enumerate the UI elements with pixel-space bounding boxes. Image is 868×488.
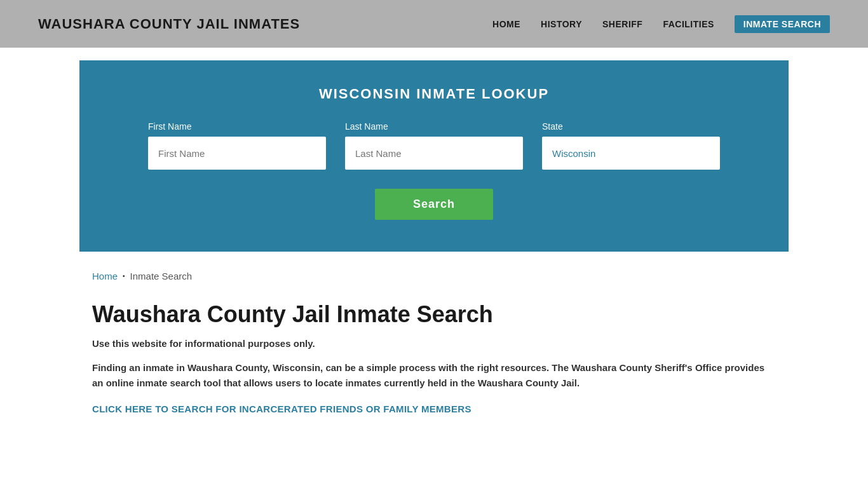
state-input[interactable]	[542, 137, 720, 170]
cta-link[interactable]: CLICK HERE to Search for Incarcerated Fr…	[92, 403, 471, 414]
main-content: Waushara County Jail Inmate Search Use t…	[0, 288, 868, 440]
nav-sheriff[interactable]: SHERIFF	[602, 19, 642, 29]
last-name-input[interactable]	[345, 137, 523, 170]
main-nav: HOME HISTORY SHERIFF FACILITIES INMATE S…	[492, 15, 830, 33]
description-text: Finding an inmate in Waushara County, Wi…	[92, 360, 776, 391]
first-name-group: First Name	[148, 121, 326, 170]
last-name-label: Last Name	[345, 121, 523, 132]
nav-facilities[interactable]: FACILITIES	[663, 19, 714, 29]
state-label: State	[542, 121, 720, 132]
site-header: WAUSHARA COUNTY JAIL INMATES HOME HISTOR…	[0, 0, 868, 48]
nav-home[interactable]: HOME	[492, 19, 520, 29]
search-panel: WISCONSIN INMATE LOOKUP First Name Last …	[79, 60, 789, 252]
disclaimer-text: Use this website for informational purpo…	[92, 338, 776, 349]
first-name-label: First Name	[148, 121, 326, 132]
page-title: Waushara County Jail Inmate Search	[92, 301, 776, 328]
site-title: WAUSHARA COUNTY JAIL INMATES	[38, 16, 300, 32]
breadcrumb: Home • Inmate Search	[0, 252, 868, 288]
state-group: State	[542, 121, 720, 170]
nav-history[interactable]: HISTORY	[541, 19, 582, 29]
breadcrumb-home-link[interactable]: Home	[92, 271, 118, 281]
nav-inmate-search[interactable]: INMATE SEARCH	[735, 15, 830, 33]
first-name-input[interactable]	[148, 137, 326, 170]
breadcrumb-separator: •	[123, 273, 125, 280]
search-fields: First Name Last Name State	[118, 121, 750, 170]
search-panel-title: WISCONSIN INMATE LOOKUP	[118, 86, 750, 102]
search-btn-wrapper: Search	[118, 189, 750, 220]
last-name-group: Last Name	[345, 121, 523, 170]
search-button[interactable]: Search	[375, 189, 493, 220]
breadcrumb-current: Inmate Search	[130, 271, 193, 281]
